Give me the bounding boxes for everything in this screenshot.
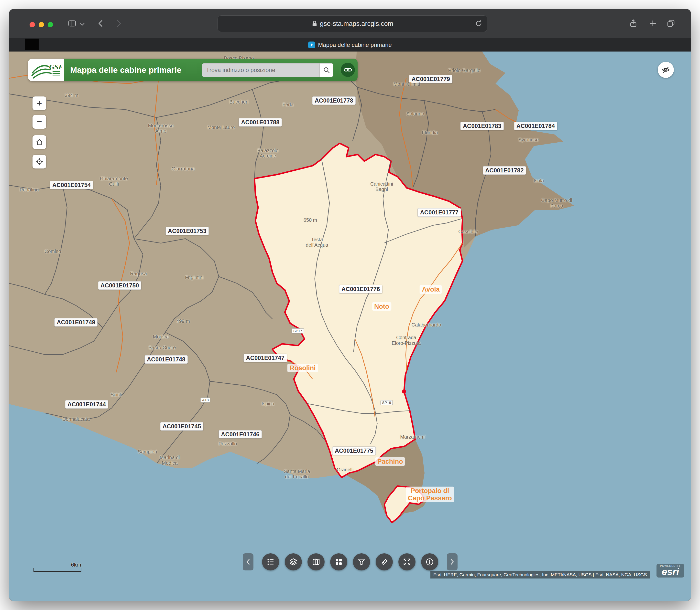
share-icon[interactable] xyxy=(629,19,638,28)
sidebar-icon[interactable] xyxy=(68,19,77,28)
home-icon xyxy=(35,138,44,146)
lock-icon xyxy=(312,20,317,27)
legend-icon xyxy=(266,558,275,566)
new-tab-icon[interactable] xyxy=(649,19,657,28)
chevron-right-icon xyxy=(450,558,455,565)
address-bar[interactable]: gse-sta.maps.arcgis.com xyxy=(218,15,487,32)
measure-icon xyxy=(380,558,388,566)
zoom-in-button[interactable]: + xyxy=(32,96,46,110)
search-input[interactable] xyxy=(202,64,320,77)
measure-button[interactable] xyxy=(376,553,393,571)
app-title: Mappa delle cabine primarie xyxy=(70,65,181,75)
info-button[interactable] xyxy=(421,553,438,571)
locate-icon xyxy=(35,158,44,166)
link-icon xyxy=(344,66,352,74)
extent-button[interactable] xyxy=(399,553,416,571)
zoom-out-button[interactable]: − xyxy=(32,115,46,129)
filter-button[interactable] xyxy=(353,553,370,571)
legend-button[interactable] xyxy=(262,553,279,571)
tabs-overview-icon[interactable] xyxy=(667,19,675,28)
layers-icon xyxy=(289,558,297,566)
gse-logo: GSE xyxy=(28,59,64,81)
powered-by-text: POWERED BY xyxy=(660,564,681,567)
chevron-down-icon[interactable] xyxy=(79,22,85,27)
svg-text:GSE: GSE xyxy=(49,63,62,71)
back-button[interactable] xyxy=(96,19,105,28)
tools-prev-button[interactable] xyxy=(243,553,253,571)
screenshot: gse-sta.maps.arcgis.com xyxy=(0,0,700,610)
extent-arrows-icon xyxy=(403,558,411,566)
tab-strip: Mappa delle cabine primarie xyxy=(9,38,691,51)
close-window-button[interactable] xyxy=(30,22,35,27)
locate-button[interactable] xyxy=(32,155,46,168)
chevron-left-icon xyxy=(245,558,251,565)
search-box xyxy=(202,63,333,77)
esri-brand-text: esri xyxy=(660,567,681,576)
search-button[interactable] xyxy=(320,64,333,77)
apps-button[interactable] xyxy=(330,553,347,571)
search-icon xyxy=(323,66,330,74)
home-button[interactable] xyxy=(32,135,46,149)
layers-button[interactable] xyxy=(285,553,302,571)
info-icon xyxy=(425,558,434,566)
basemap-button[interactable] xyxy=(308,553,325,571)
map-viewport[interactable]: AC001E01779AC001E01778AC001E01788AC001E0… xyxy=(9,51,691,601)
apps-grid-icon xyxy=(335,558,343,566)
eye-slash-icon xyxy=(661,65,670,75)
share-link-button[interactable] xyxy=(341,63,355,77)
browser-window: gse-sta.maps.arcgis.com xyxy=(9,9,691,601)
filter-icon xyxy=(357,558,365,566)
app-header: GSE Mappa delle cabine primarie xyxy=(28,59,358,81)
minimize-window-button[interactable] xyxy=(38,22,44,27)
tools-next-button[interactable] xyxy=(447,553,457,571)
map-attribution: Esri, HERE, Garmin, Foursquare, GeoTechn… xyxy=(431,571,650,578)
browser-titlebar: gse-sta.maps.arcgis.com xyxy=(9,9,691,38)
bottom-toolbar xyxy=(9,553,691,571)
basemap-icon xyxy=(312,558,320,566)
scale-label: 6km xyxy=(71,562,81,568)
hide-ui-button[interactable] xyxy=(658,62,674,78)
forward-button[interactable] xyxy=(114,19,123,28)
zoom-window-button[interactable] xyxy=(48,22,53,27)
esri-logo: POWERED BY esri xyxy=(656,564,684,578)
tab-favicon-icon xyxy=(308,42,315,48)
active-tab[interactable]: Mappa delle cabine primarie xyxy=(9,38,691,51)
zone-coast-dot xyxy=(402,389,406,394)
url-text: gse-sta.maps.arcgis.com xyxy=(320,20,393,28)
tab-title: Mappa delle cabine primarie xyxy=(318,42,392,48)
map-canvas[interactable] xyxy=(9,51,691,601)
scale-bar: 6km xyxy=(33,568,81,572)
reload-icon[interactable] xyxy=(475,19,483,28)
